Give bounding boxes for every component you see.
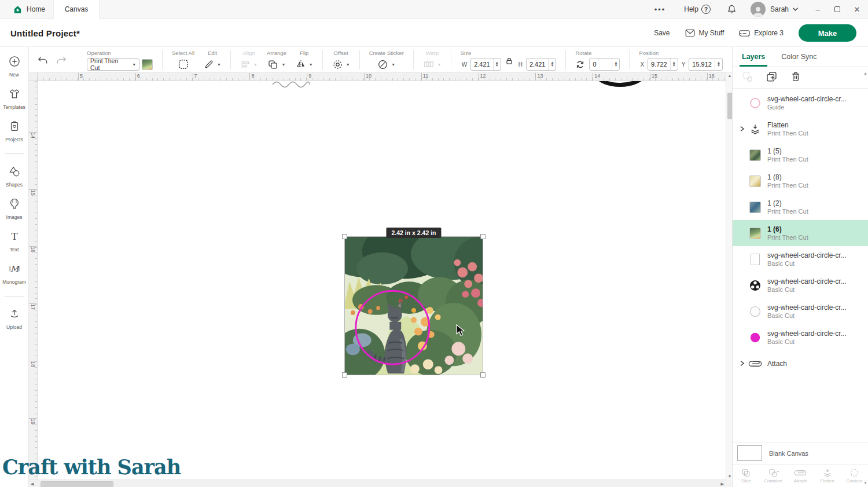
explore-machine-button[interactable]: Explore 3: [739, 29, 784, 37]
warp-button[interactable]: ▼: [423, 58, 442, 71]
offset-button[interactable]: ▼: [332, 58, 350, 71]
width-input[interactable]: 2.421 ▲▼: [470, 58, 501, 71]
duplicate-button[interactable]: [766, 71, 778, 85]
layers-scroll-down[interactable]: ▼: [863, 481, 867, 485]
tab-color-sync[interactable]: Color Sync: [781, 47, 816, 67]
canvas-artboard[interactable]: 2.42 in x 2.42 in: [38, 81, 726, 479]
blank-canvas-row[interactable]: Blank Canvas: [733, 442, 868, 464]
overflow-menu-button[interactable]: •••: [644, 5, 676, 14]
close-button[interactable]: ✕: [853, 5, 861, 14]
slice-action-button[interactable]: Slice: [733, 464, 760, 487]
help-button[interactable]: Help ?: [676, 5, 719, 14]
my-stuff-button[interactable]: My Stuff: [685, 29, 724, 37]
scroll-down-arrow[interactable]: ▼: [728, 474, 732, 478]
layer-row[interactable]: 1 (8) Print Then Cut: [733, 168, 868, 194]
ruler-mark: 14: [30, 133, 36, 138]
rotate-button[interactable]: [575, 60, 585, 69]
height-stepper[interactable]: ▲▼: [548, 58, 556, 70]
layer-row[interactable]: svg-wheel-card-circle-cr... Basic Cut: [733, 298, 868, 324]
warp-group: Warp ▼: [423, 48, 442, 71]
layer-row[interactable]: svg-wheel-card-circle-cr... Basic Cut: [733, 272, 868, 298]
scroll-left-arrow[interactable]: ◀: [31, 482, 34, 486]
undo-button[interactable]: [37, 56, 49, 68]
sidebar-item-images[interactable]: Images: [0, 197, 28, 220]
sidebar-item-upload[interactable]: Upload: [0, 307, 28, 330]
account-menu-button[interactable]: [792, 7, 799, 12]
layer-operation: Print Then Cut: [767, 156, 808, 163]
layer-row[interactable]: svg-wheel-card-circle-cr... Basic Cut: [733, 324, 868, 350]
bell-icon: [727, 4, 737, 14]
canvas-vertical-scrollbar[interactable]: ▲ ▼: [726, 72, 732, 479]
expand-chevron-icon[interactable]: [740, 126, 748, 132]
redo-button[interactable]: [56, 56, 67, 68]
blank-canvas-swatch[interactable]: [737, 445, 762, 461]
resize-handle-bottom-left[interactable]: [342, 372, 347, 378]
scroll-up-arrow[interactable]: ▲: [728, 74, 732, 78]
squiggle-shape[interactable]: [272, 81, 310, 88]
size-lock-button[interactable]: [505, 57, 513, 65]
minimize-button[interactable]: –: [814, 5, 822, 14]
delete-button[interactable]: [790, 71, 801, 85]
rotate-group: Rotate 0 ▲▼: [575, 48, 620, 71]
combine-action-button[interactable]: Combine: [760, 464, 787, 487]
x-stepper[interactable]: ▲▼: [670, 58, 678, 70]
sidebar-item-shapes[interactable]: Shapes: [0, 165, 28, 188]
layer-row[interactable]: svg-wheel-card-circle-cr... Basic Cut: [733, 246, 868, 272]
layer-row[interactable]: 1 (6) Print Then Cut: [733, 220, 868, 246]
resize-handle-top-right[interactable]: [480, 234, 486, 239]
edit-label: Edit: [208, 50, 217, 56]
maximize-button[interactable]: [834, 6, 840, 12]
x-input[interactable]: 9.722 ▲▼: [648, 58, 678, 71]
layer-row[interactable]: 1 (2) Print Then Cut: [733, 194, 868, 220]
expand-chevron-icon[interactable]: [740, 360, 748, 367]
projects-clipboard-icon: [8, 120, 21, 135]
attach-action-button[interactable]: Attach: [787, 464, 814, 487]
sidebar-item-templates[interactable]: Templates: [0, 87, 28, 110]
save-button[interactable]: Save: [654, 29, 670, 37]
align-button[interactable]: ▼: [240, 58, 258, 71]
home-button[interactable]: Home: [0, 0, 53, 19]
flip-button[interactable]: ▼: [296, 58, 313, 71]
resize-handle-bottom-right[interactable]: [480, 372, 486, 378]
layers-scrollbar[interactable]: ▲ ▼: [863, 69, 867, 487]
make-button[interactable]: Make: [799, 24, 856, 42]
height-input[interactable]: 2.421 ▲▼: [526, 58, 557, 71]
sidebar-item-text[interactable]: T Text: [0, 230, 28, 252]
notifications-button[interactable]: [719, 4, 745, 14]
sidebar-item-new[interactable]: New: [0, 55, 28, 78]
arrange-label: Arrange: [267, 50, 286, 56]
edit-button[interactable]: ▼: [204, 58, 221, 71]
flatten-action-button[interactable]: Flatten: [814, 464, 841, 487]
selected-image[interactable]: [344, 236, 483, 375]
layers-scroll-up[interactable]: ▲: [863, 71, 867, 75]
avatar[interactable]: [751, 2, 766, 17]
sidebar-item-monogram[interactable]: M Monogram: [0, 262, 28, 285]
y-stepper[interactable]: ▲▼: [715, 58, 722, 70]
layer-row[interactable]: Flatten Print Then Cut: [733, 116, 868, 142]
rotate-icon: [575, 60, 585, 69]
rotate-stepper[interactable]: ▲▼: [612, 58, 619, 70]
layer-row[interactable]: svg-wheel-card-circle-cr... Guide: [733, 90, 868, 116]
y-input[interactable]: 15.912 ▲▼: [689, 58, 723, 71]
operation-select[interactable]: Print Then Cut ▼: [87, 58, 139, 71]
tab-layers[interactable]: Layers: [742, 47, 765, 67]
horizontal-scroll-thumb[interactable]: [41, 481, 113, 487]
select-layers-button[interactable]: [741, 71, 753, 85]
resize-handle-top-left[interactable]: [342, 234, 347, 239]
canvas-tab[interactable]: Canvas: [53, 0, 100, 19]
rotate-input[interactable]: 0 ▲▼: [589, 58, 620, 71]
select-all-label: Select All: [172, 50, 194, 56]
scroll-right-arrow[interactable]: ▶: [721, 482, 724, 486]
select-all-button[interactable]: [178, 58, 189, 71]
layer-row[interactable]: 1 (5) Print Then Cut: [733, 142, 868, 168]
create-sticker-button[interactable]: ▼: [377, 58, 395, 71]
ruler-mark: 11: [423, 73, 428, 79]
sidebar-item-projects[interactable]: Projects: [0, 120, 28, 142]
canvas-area[interactable]: 5678910111213141516 13141516171819 2.42 …: [29, 72, 732, 487]
width-stepper[interactable]: ▲▼: [493, 58, 501, 70]
canvas-horizontal-scrollbar[interactable]: ◀ ▶: [29, 479, 726, 487]
layer-row[interactable]: Attach: [733, 350, 868, 376]
arrange-button[interactable]: ▼: [267, 58, 285, 71]
ellipse-shape[interactable]: [594, 81, 648, 90]
vertical-scroll-thumb[interactable]: [727, 93, 732, 119]
